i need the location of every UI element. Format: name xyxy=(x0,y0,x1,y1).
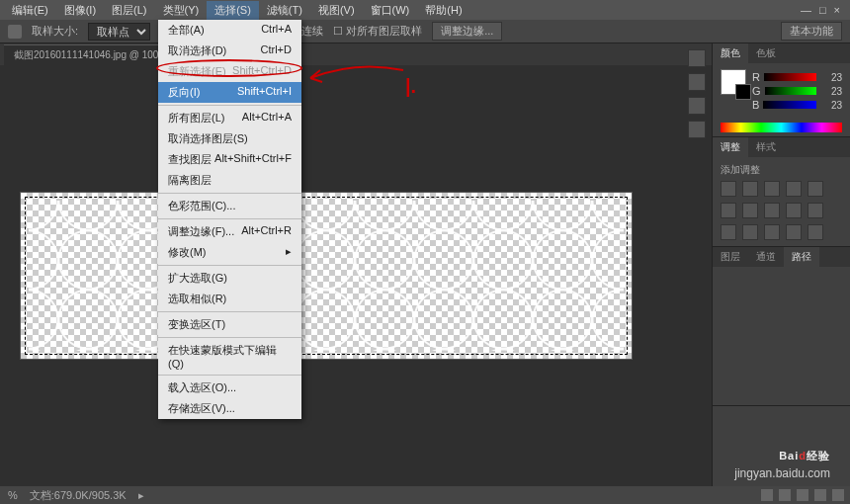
foreground-swatch[interactable] xyxy=(721,69,746,95)
eyedropper-icon[interactable] xyxy=(8,25,22,39)
levels-icon[interactable] xyxy=(742,181,758,197)
menu-item[interactable]: 取消选择图层(S) xyxy=(158,128,301,149)
channel-mixer-icon[interactable] xyxy=(786,203,802,218)
selection-marquee xyxy=(25,197,628,355)
paths-panel-body[interactable] xyxy=(713,267,850,405)
tab-adjustments[interactable]: 调整 xyxy=(713,137,748,157)
b-label: B xyxy=(752,99,759,111)
menu-item[interactable]: 变换选区(T) xyxy=(158,314,301,335)
brightness-icon[interactable] xyxy=(721,181,736,197)
right-panels: 颜色 色板 R23 G23 B23 调整 样式 添加调整 xyxy=(712,43,850,486)
lookup-icon[interactable] xyxy=(808,203,823,218)
sample-size-select[interactable]: 取样点 xyxy=(88,23,150,41)
gradient-map-icon[interactable] xyxy=(786,224,802,240)
menu-item[interactable]: 修改(M)▸ xyxy=(158,242,301,263)
sample-size-label: 取样大小: xyxy=(32,24,78,39)
g-slider[interactable] xyxy=(765,87,816,95)
all-layers-checkbox[interactable]: ☐ 对所有图层取样 xyxy=(333,24,422,39)
posterize-icon[interactable] xyxy=(742,224,758,240)
menu-item[interactable]: 全部(A)Ctrl+A xyxy=(158,20,301,41)
maximize-icon[interactable]: □ xyxy=(819,4,826,16)
fill-path-icon[interactable] xyxy=(761,489,773,501)
g-label: G xyxy=(752,85,761,97)
menu-item[interactable]: 反向(I)Shift+Ctrl+I xyxy=(158,82,301,103)
hue-icon[interactable] xyxy=(721,203,736,218)
canvas-area xyxy=(0,65,712,486)
refine-edge-button[interactable]: 调整边缘... xyxy=(432,22,502,41)
history-icon[interactable] xyxy=(688,49,706,67)
r-value: 23 xyxy=(820,72,842,83)
menu-window[interactable]: 窗口(W) xyxy=(363,1,418,20)
menu-help[interactable]: 帮助(H) xyxy=(417,1,469,20)
tab-swatches[interactable]: 色板 xyxy=(748,43,784,63)
menu-bar: 编辑(E) 图像(I) 图层(L) 类型(Y) 选择(S) 滤镜(T) 视图(V… xyxy=(0,0,850,20)
bw-icon[interactable] xyxy=(742,203,758,218)
watermark: Baid经验 jingyan.baidu.com xyxy=(734,436,830,480)
zoom-value: % xyxy=(8,489,18,501)
workspace-button[interactable]: 基本功能 xyxy=(781,22,842,41)
threshold-icon[interactable] xyxy=(764,224,780,240)
r-slider[interactable] xyxy=(764,73,816,81)
invert-icon[interactable] xyxy=(721,224,736,240)
menu-item[interactable]: 色彩范围(C)... xyxy=(158,196,301,216)
menu-item[interactable]: 在快速蒙版模式下编辑(Q) xyxy=(158,340,301,373)
document-canvas[interactable] xyxy=(20,192,633,360)
select-menu-dropdown: 全部(A)Ctrl+A取消选择(D)Ctrl+D重新选择(E)Shift+Ctr… xyxy=(158,20,301,419)
menu-item[interactable]: 取消选择(D)Ctrl+D xyxy=(158,41,301,61)
status-bar: % 文档:679.0K/905.3K ▸ xyxy=(0,486,850,504)
minimize-icon[interactable]: — xyxy=(801,4,811,16)
menu-item[interactable]: 调整边缘(F)...Alt+Ctrl+R xyxy=(158,221,301,242)
vibrance-icon[interactable] xyxy=(808,181,823,197)
menu-item[interactable]: 重新选择(E)Shift+Ctrl+D xyxy=(158,61,301,82)
brush-icon[interactable] xyxy=(688,97,706,115)
menu-edit[interactable]: 编辑(E) xyxy=(4,1,56,20)
close-icon[interactable]: × xyxy=(834,4,840,16)
photo-filter-icon[interactable] xyxy=(764,203,780,218)
menu-item[interactable]: 查找图层Alt+Shift+Ctrl+F xyxy=(158,149,301,170)
stroke-path-icon[interactable] xyxy=(779,489,791,501)
menu-image[interactable]: 图像(I) xyxy=(56,1,104,20)
tab-color[interactable]: 颜色 xyxy=(713,43,748,63)
exposure-icon[interactable] xyxy=(786,181,802,197)
panel-footer-icons xyxy=(755,486,850,504)
collapsed-panels xyxy=(684,49,710,138)
menu-item[interactable]: 所有图层(L)Alt+Ctrl+A xyxy=(158,108,301,128)
add-adjustment-label: 添加调整 xyxy=(721,163,842,177)
tab-styles[interactable]: 样式 xyxy=(748,137,784,157)
b-value: 23 xyxy=(820,100,842,111)
menu-layer[interactable]: 图层(L) xyxy=(104,1,154,20)
options-bar: 取样大小: 取样点 ☐ 连续 ☐ 对所有图层取样 调整边缘... 基本功能 xyxy=(0,20,850,43)
tab-channels[interactable]: 通道 xyxy=(748,247,784,267)
menu-item[interactable]: 扩大选取(G) xyxy=(158,268,301,289)
b-slider[interactable] xyxy=(763,101,816,109)
r-label: R xyxy=(752,71,760,83)
menu-view[interactable]: 视图(V) xyxy=(310,1,363,20)
paragraph-icon[interactable] xyxy=(688,121,706,138)
menu-item[interactable]: 存储选区(V)... xyxy=(158,398,301,419)
doc-size: 文档:679.0K/905.3K xyxy=(30,488,127,503)
menu-filter[interactable]: 滤镜(T) xyxy=(259,1,310,20)
g-value: 23 xyxy=(820,86,842,97)
selective-color-icon[interactable] xyxy=(808,224,823,240)
new-path-icon[interactable] xyxy=(814,489,826,501)
menu-item[interactable]: 选取相似(R) xyxy=(158,289,301,309)
menu-item[interactable]: 隔离图层 xyxy=(158,170,301,191)
trash-icon[interactable] xyxy=(832,489,844,501)
tab-layers[interactable]: 图层 xyxy=(713,247,748,267)
menu-type[interactable]: 类型(Y) xyxy=(155,1,208,20)
tab-paths[interactable]: 路径 xyxy=(784,247,819,267)
curves-icon[interactable] xyxy=(764,181,780,197)
menu-item[interactable]: 载入选区(O)... xyxy=(158,378,301,398)
path-to-selection-icon[interactable] xyxy=(797,489,808,501)
play-icon[interactable] xyxy=(688,73,706,91)
menu-select[interactable]: 选择(S) xyxy=(207,1,259,20)
hue-ramp[interactable] xyxy=(721,123,842,132)
